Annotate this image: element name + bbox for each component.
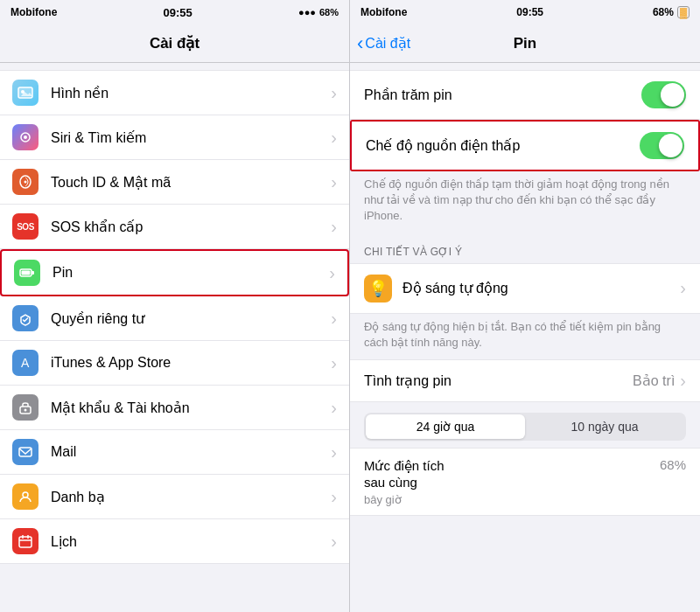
label-phantrampin: Phần trăm pin [364,87,641,103]
label-wallpaper: Hình nền [51,85,331,101]
mucdientich-sub: bây giờ [364,493,444,506]
settings-list: Hình nềnSiri & Tìm kiếmTouch ID & Mật mã… [0,63,349,612]
tab-10days[interactable]: 10 ngày qua [525,414,684,439]
time-right: 09:55 [516,6,543,18]
toggle-phantrampin[interactable] [641,81,686,108]
chevron-calendar [331,532,337,552]
icon-itunes: A [12,350,38,376]
status-right-left: ●●● 68% [298,7,339,17]
settings-item-privacy[interactable]: Quyền riêng tư [0,296,349,341]
back-label: Cài đặt [365,35,410,52]
item-brightness[interactable]: 💡 Độ sáng tự động [350,263,700,314]
left-panel: Mobifone 09:55 ●●● 68% Cài đặt Hình nềnS… [0,0,350,612]
svg-point-4 [24,136,27,139]
label-itunes: iTunes & App Store [51,355,331,371]
signal-icon: ●●● [298,7,316,17]
toggle-chedonguon[interactable] [640,132,684,159]
time-left: 09:55 [164,6,192,19]
svg-text:A: A [21,356,30,370]
svg-rect-13 [19,448,32,456]
settings-item-siri[interactable]: Siri & Tìm kiếm [0,115,349,160]
icon-touchid [12,169,38,195]
svg-rect-8 [32,271,34,275]
right-panel: Mobifone 09:55 68% ▓ ‹ Cài đặt Pin Phần … [350,0,700,612]
settings-item-mail[interactable]: Mail [0,430,349,475]
item-tinhtrang[interactable]: Tình trạng pin Bảo trì › [350,359,700,402]
svg-rect-15 [19,537,32,547]
nav-bar-right: ‹ Cài đặt Pin [350,24,700,63]
chevron-battery [329,263,335,283]
section-phantrampin: Phần trăm pin [350,70,700,120]
svg-point-12 [24,409,27,412]
icon-battery [14,260,40,286]
settings-item-password[interactable]: Mật khẩu & Tài khoản [0,386,349,430]
description-text: Chế độ nguồn điện thấp tạm thời giảm hoạ… [350,171,700,233]
back-chevron-icon: ‹ [357,34,363,53]
chevron-siri [331,128,337,148]
mucdientich-line1: Mức điện tích [364,457,444,475]
label-privacy: Quyền riêng tư [51,310,331,327]
chevron-password [331,398,337,418]
icon-password [12,394,38,421]
svg-point-14 [23,492,28,497]
status-bar-left: Mobifone 09:55 ●●● 68% [0,0,349,24]
settings-item-battery[interactable]: Pin [0,249,349,296]
label-contacts: Danh bạ [51,489,331,505]
chevron-itunes [331,353,337,373]
status-icons-right: 68% ▓ [653,6,690,18]
toggle-knob-phantrampin [661,83,684,107]
mucdientich-value: 68% [660,457,686,472]
label-mail: Mail [51,444,331,460]
icon-wallpaper [12,80,38,106]
right-content: Phần trăm pin Chế độ nguồn điện thấp Chế… [350,63,700,612]
icon-sos: SOS [12,213,38,240]
chevron-brightness [680,278,686,298]
label-calendar: Lịch [51,533,331,550]
icon-privacy [12,305,38,331]
label-touchid: Touch ID & Mật mã [51,174,331,191]
settings-item-contacts[interactable]: Danh bạ [0,475,349,519]
chevron-mail [331,442,337,462]
chevron-contacts [331,487,337,507]
icon-siri [12,124,38,150]
label-brightness: Độ sáng tự động [402,280,680,296]
detail-section-title: CHI TIẾT VÀ GỢI Ý [350,233,700,263]
settings-item-calendar[interactable]: Lịch [0,519,349,564]
label-tinhtrang: Tình trạng pin [364,372,633,389]
highlighted-section: Chế độ nguồn điện thấp [350,120,700,171]
mucdientich-title: Mức điện tích sau cùng bây giờ [364,457,444,506]
label-battery: Pin [52,265,329,281]
settings-item-wallpaper[interactable]: Hình nền [0,70,349,115]
chevron-tinhtrang: › [680,371,686,391]
back-button[interactable]: ‹ Cài đặt [357,34,410,53]
chevron-privacy [331,309,337,329]
mucdientich-header: Mức điện tích sau cùng bây giờ 68% [364,457,686,506]
label-sos: SOS khẩn cấp [51,219,331,235]
icon-contacts [12,483,38,510]
carrier-right: Mobifone [360,6,407,18]
mucdientich-line2: sau cùng [364,474,444,491]
toggle-knob-chedonguon [659,134,682,157]
settings-section-main: Hình nềnSiri & Tìm kiếmTouch ID & Mật mã… [0,70,349,564]
settings-item-sos[interactable]: SOSSOS khẩn cấp [0,205,349,249]
brightness-description: Độ sáng tự động hiện bị tắt. Bạn có thể … [350,314,700,359]
nav-title-left: Cài đặt [150,34,200,52]
brightness-icon: 💡 [364,275,392,303]
settings-item-touchid[interactable]: Touch ID & Mật mã [0,160,349,205]
icon-calendar [12,528,38,554]
svg-rect-9 [22,271,31,275]
nav-bar-left: Cài đặt [0,24,349,63]
settings-item-itunes[interactable]: AiTunes & App Store [0,341,349,386]
section-mucdientich: Mức điện tích sau cùng bây giờ 68% [350,448,700,516]
chevron-sos [331,217,337,237]
label-password: Mật khẩu & Tài khoản [51,400,331,416]
chevron-wallpaper [331,83,337,103]
item-chedonguon[interactable]: Chế độ nguồn điện thấp [352,122,698,170]
svg-point-6 [24,181,27,184]
label-chedonguon: Chế độ nguồn điện thấp [366,137,640,154]
item-phantrampin[interactable]: Phần trăm pin [350,70,700,120]
icon-mail [12,439,38,465]
status-bar-right: Mobifone 09:55 68% ▓ [350,0,700,24]
value-tinhtrang: Bảo trì [633,372,675,389]
tab-24h[interactable]: 24 giờ qua [366,414,525,439]
